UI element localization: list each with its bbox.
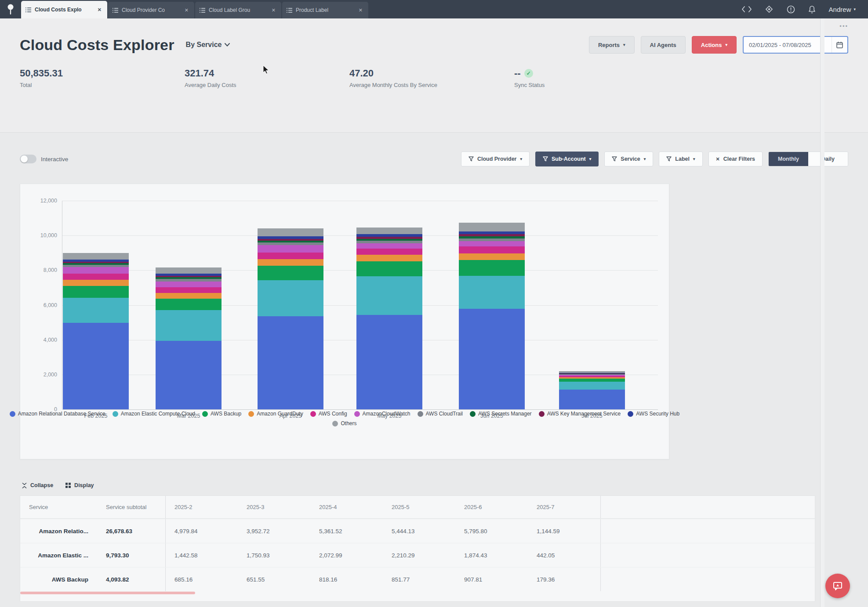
segment-amazon-guardduty[interactable] bbox=[459, 253, 525, 260]
segment-amazon-elastic-compute-cloud[interactable] bbox=[258, 280, 323, 316]
close-icon[interactable]: ✕ bbox=[183, 7, 190, 14]
tab-product-label[interactable]: Product Label✕ bbox=[282, 2, 368, 18]
segment-aws-backup[interactable] bbox=[156, 299, 222, 310]
segment-amazon-relational-database-service[interactable] bbox=[258, 316, 323, 409]
reports-button[interactable]: Reports▾ bbox=[589, 36, 635, 54]
legend-item-amazon-elastic-compute-cloud[interactable]: Amazon Elastic Compute Cloud bbox=[113, 411, 195, 417]
bar-apr-2025[interactable] bbox=[258, 228, 323, 409]
segment-amazon-relational-database-service[interactable] bbox=[559, 390, 625, 409]
segment-amazoncloudwatch[interactable] bbox=[63, 267, 129, 274]
bar-mar-2025[interactable] bbox=[156, 267, 222, 409]
collapse-button[interactable]: Collapse bbox=[22, 482, 53, 488]
monthly-tab[interactable]: Monthly bbox=[769, 152, 808, 166]
segment-others[interactable] bbox=[156, 267, 222, 274]
group-by-selector[interactable]: By Service bbox=[186, 41, 230, 49]
interactive-toggle[interactable] bbox=[20, 155, 36, 163]
segment-amazon-relational-database-service[interactable] bbox=[63, 323, 129, 409]
bar-feb-2025[interactable] bbox=[63, 253, 129, 409]
code-icon[interactable] bbox=[742, 6, 752, 12]
vertical-scrollbar[interactable] bbox=[820, 18, 824, 607]
table-row[interactable]: Amazon Relatio...26,678.634,979.843,952.… bbox=[20, 519, 815, 543]
segment-aws-config[interactable] bbox=[459, 246, 525, 253]
bar-may-2025[interactable] bbox=[356, 228, 422, 409]
ai-agents-button[interactable]: AI Agents bbox=[641, 36, 686, 54]
legend-item-aws-cloudtrail[interactable]: AWS CloudTrail bbox=[418, 411, 463, 417]
segment-amazon-relational-database-service[interactable] bbox=[356, 315, 422, 409]
legend-item-aws-key-management-service[interactable]: AWS Key Management Service bbox=[539, 411, 621, 417]
legend-item-amazon-guardduty[interactable]: Amazon GuardDuty bbox=[248, 411, 303, 417]
legend-item-aws-secrets-manager[interactable]: AWS Secrets Manager bbox=[470, 411, 532, 417]
horizontal-scrollbar[interactable] bbox=[20, 592, 195, 594]
segment-amazon-guardduty[interactable] bbox=[258, 259, 323, 266]
segment-others[interactable] bbox=[356, 228, 422, 234]
segment-aws-config[interactable] bbox=[356, 249, 422, 255]
segment-aws-backup[interactable] bbox=[63, 286, 129, 298]
more-options-button[interactable]: ••• bbox=[20, 23, 848, 33]
filter-sub-account[interactable]: Sub-Account▾ bbox=[535, 152, 599, 166]
segment-aws-config[interactable] bbox=[63, 274, 129, 280]
close-icon[interactable]: ✕ bbox=[96, 6, 103, 14]
actions-button[interactable]: Actions▾ bbox=[692, 36, 737, 54]
segment-aws-backup[interactable] bbox=[258, 266, 323, 280]
close-icon[interactable]: ✕ bbox=[270, 7, 277, 14]
segment-amazon-guardduty[interactable] bbox=[156, 293, 222, 299]
column-header[interactable]: 2025-4 bbox=[310, 504, 383, 510]
clear-filters-button[interactable]: ✕ Clear Filters bbox=[708, 152, 763, 166]
segment-others[interactable] bbox=[459, 223, 525, 231]
app-logo-icon[interactable] bbox=[0, 0, 21, 18]
segment-amazon-elastic-compute-cloud[interactable] bbox=[559, 382, 625, 389]
stacked-bar-chart[interactable]: 02,0004,0006,0008,00010,00012,000Feb 202… bbox=[62, 201, 658, 409]
column-header[interactable]: Service subtotal bbox=[97, 504, 165, 510]
bar-jul-2025[interactable] bbox=[559, 371, 625, 409]
segment-amazon-guardduty[interactable] bbox=[63, 280, 129, 285]
column-header[interactable]: 2025-3 bbox=[238, 504, 310, 510]
display-button[interactable]: Display bbox=[65, 482, 94, 488]
bar-jun-2025[interactable] bbox=[459, 223, 525, 409]
segment-aws-backup[interactable] bbox=[459, 260, 525, 276]
chat-fab-button[interactable] bbox=[825, 574, 850, 598]
segment-amazoncloudwatch[interactable] bbox=[258, 245, 323, 253]
table-row[interactable]: AWS Backup4,093.82685.16651.55818.16851.… bbox=[20, 567, 815, 591]
table-row[interactable]: Amazon Elastic ...9,793.301,442.581,750.… bbox=[20, 543, 815, 567]
filter-cloud-provider[interactable]: Cloud Provider▾ bbox=[461, 152, 530, 166]
segment-aws-backup[interactable] bbox=[356, 261, 422, 276]
diamond-icon[interactable] bbox=[765, 5, 774, 14]
legend-item-aws-security-hub[interactable]: AWS Security Hub bbox=[628, 411, 679, 417]
legend-item-amazon-relational-database-service[interactable]: Amazon Relational Database Service bbox=[10, 411, 105, 417]
segment-others[interactable] bbox=[258, 228, 323, 236]
segment-amazon-elastic-compute-cloud[interactable] bbox=[156, 310, 222, 340]
column-header[interactable]: 2025-7 bbox=[528, 504, 600, 510]
calendar-icon[interactable] bbox=[832, 37, 847, 53]
tab-cloud-costs-explo[interactable]: Cloud Costs Explo✕ bbox=[21, 1, 107, 18]
segment-amazoncloudwatch[interactable] bbox=[356, 243, 422, 249]
filter-label[interactable]: Label▾ bbox=[659, 152, 702, 166]
column-header[interactable]: 2025-2 bbox=[165, 496, 238, 518]
segment-aws-config[interactable] bbox=[156, 287, 222, 293]
segment-amazon-relational-database-service[interactable] bbox=[156, 341, 222, 409]
segment-aws-backup[interactable] bbox=[559, 379, 625, 382]
segment-others[interactable] bbox=[63, 253, 129, 260]
alert-circle-icon[interactable] bbox=[787, 5, 795, 14]
segment-amazon-guardduty[interactable] bbox=[356, 255, 422, 261]
segment-amazoncloudwatch[interactable] bbox=[156, 282, 222, 288]
legend-item-aws-config[interactable]: AWS Config bbox=[310, 411, 347, 417]
column-header[interactable]: Service bbox=[20, 504, 97, 510]
segment-amazon-elastic-compute-cloud[interactable] bbox=[63, 298, 129, 323]
user-menu[interactable]: Andrew ▾ bbox=[829, 6, 856, 13]
tab-cloud-label-grou[interactable]: Cloud Label Grou✕ bbox=[195, 2, 281, 18]
close-icon[interactable]: ✕ bbox=[357, 7, 364, 14]
column-header[interactable]: 2025-6 bbox=[455, 504, 528, 510]
daily-tab[interactable]: Daily bbox=[808, 152, 848, 166]
filter-service[interactable]: Service▾ bbox=[604, 152, 653, 166]
bell-icon[interactable] bbox=[808, 5, 816, 14]
segment-amazon-elastic-compute-cloud[interactable] bbox=[356, 276, 422, 314]
legend-item-aws-backup[interactable]: AWS Backup bbox=[202, 411, 241, 417]
segment-amazon-relational-database-service[interactable] bbox=[459, 309, 525, 409]
column-header[interactable]: 2025-5 bbox=[383, 504, 455, 510]
tab-cloud-provider-co[interactable]: Cloud Provider Co✕ bbox=[108, 2, 194, 18]
segment-amazoncloudwatch[interactable] bbox=[459, 241, 525, 246]
segment-amazon-elastic-compute-cloud[interactable] bbox=[459, 276, 525, 308]
legend-item-amazoncloudwatch[interactable]: AmazonCloudWatch bbox=[354, 411, 410, 417]
legend-item-others[interactable]: Others bbox=[332, 420, 356, 426]
date-range-input[interactable]: 02/01/2025 - 07/08/2025 bbox=[743, 36, 848, 54]
